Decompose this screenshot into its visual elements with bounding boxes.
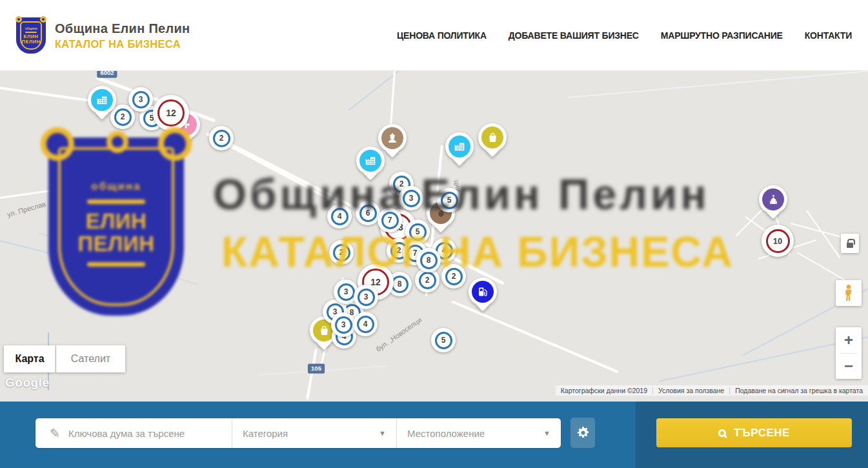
cluster-count: 2	[445, 268, 463, 285]
search-icon	[718, 429, 726, 437]
marker-cluster-4[interactable]: 4	[353, 312, 378, 336]
marker-cluster-6[interactable]: 6	[356, 201, 380, 225]
emblem-curl-icon	[41, 127, 74, 161]
attribution-report-error-link[interactable]: Подаване на сигнал за грешка в картата	[730, 387, 868, 394]
map-type-map-button[interactable]: Карта	[4, 345, 56, 372]
map-lock-button[interactable]	[841, 234, 859, 253]
zoom-in-button[interactable]: +	[836, 327, 862, 353]
road-shield: 6002	[97, 71, 117, 77]
cluster-count: 2	[114, 108, 132, 126]
marker-cluster-5[interactable]: 5	[437, 188, 461, 212]
marker-pin-factory[interactable]	[88, 86, 116, 114]
emblem-curl-icon	[106, 131, 128, 153]
cluster-count: 2	[213, 130, 230, 147]
emblem-curl-icon	[40, 16, 46, 23]
marker-cluster-2[interactable]: 2	[209, 126, 234, 150]
attribution-terms-link[interactable]: Условия за ползване	[653, 387, 729, 394]
marker-cluster-8[interactable]: 8	[416, 248, 441, 272]
factory-icon	[91, 89, 113, 111]
keyword-search-input[interactable]	[68, 428, 210, 439]
watermark-emblem-org: община	[91, 180, 141, 193]
lock-icon	[847, 243, 853, 248]
cluster-count: 5	[441, 192, 458, 209]
search-button-label: ТЪРСЕНЕ	[734, 427, 790, 440]
cluster-count: 7	[381, 212, 399, 229]
zoom-out-button[interactable]: −	[836, 353, 862, 379]
chevron-down-icon: ▼	[543, 429, 550, 437]
marker-cluster-3[interactable]: 3	[128, 87, 153, 112]
attribution-data: Картографски данни ©2019	[556, 387, 652, 394]
road-segment	[39, 232, 199, 285]
church-icon	[762, 188, 784, 210]
factory-icon	[449, 136, 470, 158]
chevron-down-icon: ▼	[379, 429, 386, 437]
cluster-count: 4	[357, 316, 374, 333]
cluster-count: 3	[403, 190, 420, 207]
nav-contacts[interactable]: КОНТАКТИ	[805, 30, 852, 41]
cluster-count: 5	[409, 223, 427, 241]
zoom-controls: + −	[836, 327, 862, 379]
cluster-count: 3	[335, 316, 352, 334]
category-dropdown[interactable]: Категория ▼	[232, 418, 396, 448]
marker-pin-fuel[interactable]	[469, 278, 497, 306]
road-segment	[568, 71, 868, 98]
pegman-icon	[843, 284, 854, 302]
location-dropdown[interactable]: Местоположение ▼	[396, 418, 561, 448]
google-logo[interactable]: Google	[5, 376, 49, 390]
municipality-emblem: община ЕЛИН ПЕЛИН	[16, 17, 46, 54]
map-type-controls: Карта Сателит	[4, 345, 125, 372]
search-button[interactable]: ТЪРСЕНЕ	[656, 418, 852, 447]
search-pill: ✎ Категория ▼ Местоположение ▼	[35, 418, 561, 448]
road-segment	[0, 240, 144, 278]
emblem-ornament	[25, 32, 37, 33]
marker-cluster-10[interactable]: 10	[762, 225, 794, 257]
map-attribution: Картографски данни ©2019 Условия за полз…	[556, 385, 868, 396]
nav-add-business[interactable]: ДОБАВЕТЕ ВАШИЯТ БИЗНЕС	[509, 30, 639, 41]
cluster-count: 12	[157, 99, 185, 127]
gear-icon	[576, 425, 590, 440]
map-type-satellite-button[interactable]: Сателит	[56, 345, 125, 372]
nav-route-schedule[interactable]: МАРШРУТНО РАЗПИСАНИЕ	[661, 30, 783, 41]
road-segment	[735, 209, 763, 237]
pegman-button[interactable]	[836, 280, 862, 306]
cluster-count: 6	[359, 205, 377, 222]
advanced-settings-button[interactable]	[570, 418, 595, 448]
emblem-org-text: община	[25, 26, 37, 30]
marker-cluster-12[interactable]: 12	[153, 95, 189, 131]
worker-icon	[381, 127, 403, 149]
marker-pin-factory[interactable]	[445, 132, 474, 161]
marker-cluster-2[interactable]: 2	[110, 105, 135, 129]
road-shield: 105	[308, 364, 325, 374]
marker-cluster-2[interactable]: 2	[329, 240, 354, 265]
marker-cluster-3[interactable]: 3	[354, 285, 378, 309]
street-label: бул. „Новоселци	[374, 316, 423, 353]
emblem-ornament	[87, 199, 145, 204]
marker-cluster-3[interactable]: 3	[331, 312, 356, 337]
marker-cluster-5[interactable]: 5	[405, 219, 430, 244]
marker-pin-bag[interactable]	[478, 123, 507, 152]
marker-pin-church[interactable]	[759, 185, 787, 214]
watermark-emblem: община ЕЛИН ПЕЛИН	[48, 137, 184, 316]
marker-cluster-5[interactable]: 5	[431, 328, 456, 352]
marker-pin-factory[interactable]	[356, 147, 385, 175]
cluster-count: 5	[435, 332, 452, 349]
map-canvas[interactable]: ул. Преславбул. „Новоселциции6002105 235…	[0, 71, 868, 402]
marker-cluster-4[interactable]: 4	[327, 204, 352, 229]
cluster-count: 3	[338, 283, 355, 301]
site-title: Община Елин Пелин	[55, 21, 190, 36]
watermark-emblem-line2: ПЕЛИН	[78, 233, 155, 256]
main-nav: ЦЕНОВА ПОЛИТИКА ДОБАВЕТЕ ВАШИЯТ БИЗНЕС М…	[397, 0, 852, 71]
cluster-count: 4	[331, 208, 348, 225]
street-label: ул. Преслав	[6, 200, 47, 219]
cluster-count: 2	[419, 272, 436, 289]
marker-pin-worker[interactable]	[378, 124, 407, 152]
road-segment	[451, 300, 618, 373]
road-segment	[348, 71, 410, 111]
site-logo[interactable]: община ЕЛИН ПЕЛИН Община Елин Пелин КАТА…	[16, 17, 190, 54]
marker-cluster-3[interactable]: 3	[399, 186, 423, 210]
marker-cluster-2[interactable]: 2	[441, 264, 466, 289]
marker-cluster-7[interactable]: 7	[378, 208, 402, 232]
cluster-count: 8	[420, 252, 438, 269]
bag-icon	[481, 127, 503, 148]
nav-pricing-policy[interactable]: ЦЕНОВА ПОЛИТИКА	[397, 30, 487, 41]
